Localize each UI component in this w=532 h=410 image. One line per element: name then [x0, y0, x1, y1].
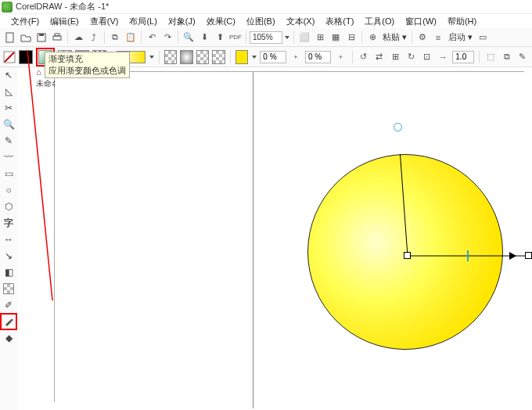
export-button[interactable]: ⬆	[213, 31, 227, 45]
menu-object[interactable]: 对象(J)	[164, 15, 200, 28]
zoom-tool[interactable]: 🔍	[2, 118, 15, 131]
crop-tool[interactable]: ✂	[2, 102, 15, 114]
pick-tool[interactable]: ↖	[2, 69, 15, 81]
cloud-button[interactable]: ☁	[71, 31, 85, 45]
artistic-media-tool[interactable]: 〰	[2, 151, 15, 164]
shape-tool[interactable]: ◺	[2, 85, 15, 98]
pdf-button[interactable]: PDF	[228, 31, 243, 45]
mirror-button[interactable]: ⊞	[389, 50, 401, 64]
grid-button[interactable]: ▦	[329, 31, 343, 45]
menu-effect[interactable]: 效果(C)	[202, 15, 240, 28]
flip-gradient-button[interactable]: ⇄	[373, 50, 386, 64]
wrap-button[interactable]: ↻	[404, 50, 417, 64]
eyedropper-tool[interactable]: ✐	[2, 299, 15, 311]
menu-tools[interactable]: 工具(O)	[360, 15, 399, 28]
interactive-fill-tool[interactable]	[2, 315, 15, 328]
smooth-button[interactable]: ⊡	[421, 50, 433, 64]
paste-button[interactable]: 📋	[124, 31, 138, 45]
annotation-line	[20, 50, 66, 308]
canvas[interactable]	[55, 72, 524, 408]
snap-button[interactable]: ⊕	[365, 31, 379, 45]
menu-view[interactable]: 查看(V)	[85, 15, 124, 28]
selected-ellipse-object[interactable]	[307, 154, 503, 350]
menu-layout[interactable]: 布局(L)	[124, 15, 161, 28]
gradient-type-radial[interactable]	[180, 50, 192, 64]
free-transform-button[interactable]: ⬚	[484, 50, 497, 64]
node-color-dropdown-icon[interactable]	[251, 54, 257, 60]
svg-rect-0	[6, 33, 13, 42]
no-fill-button[interactable]	[3, 50, 16, 64]
copy-fill-button[interactable]: ⧉	[500, 50, 512, 64]
print-button[interactable]	[50, 31, 64, 45]
separator	[352, 51, 353, 63]
stepper-icon[interactable]: +	[334, 50, 347, 64]
separator	[412, 31, 412, 44]
node-position-input[interactable]: 0 %	[305, 51, 331, 63]
menu-window[interactable]: 窗口(W)	[401, 15, 441, 28]
windows-button[interactable]: ▭	[476, 31, 490, 45]
paste-menu-button[interactable]: 粘贴 ▾	[381, 31, 408, 43]
launch-menu-button[interactable]: 启动 ▾	[447, 31, 474, 43]
separator	[293, 31, 294, 44]
separator	[67, 31, 68, 44]
save-button[interactable]	[34, 31, 49, 45]
stepper-icon[interactable]: +	[289, 50, 302, 64]
zoom-value: 105%	[253, 33, 273, 41]
svg-point-7	[11, 319, 13, 322]
page-boundary	[253, 72, 253, 408]
node-color-swatch[interactable]	[235, 50, 248, 64]
text-tool[interactable]: 字	[2, 217, 15, 229]
edit-fill-button[interactable]: ✎	[516, 50, 529, 64]
tooltip: 渐变填充 应用渐变颜色或色调	[45, 52, 130, 78]
separator	[230, 51, 231, 63]
gradient-end-handle[interactable]	[525, 252, 532, 259]
zoom-level-input[interactable]: 105%	[250, 31, 282, 44]
polygon-tool[interactable]: ⬡	[2, 200, 15, 213]
undo-button[interactable]: ↶	[145, 31, 159, 45]
separator	[104, 31, 105, 44]
node-transparency-input[interactable]: 0 %	[260, 51, 286, 63]
gradient-preset-dropdown-icon[interactable]	[149, 54, 154, 60]
parallel-dim-tool[interactable]: ↔	[2, 233, 15, 246]
fullscreen-button[interactable]: ⬜	[297, 31, 311, 45]
upload-button[interactable]: ⤴	[87, 31, 101, 45]
svg-line-9	[398, 154, 408, 256]
ellipse-tool[interactable]: ○	[2, 184, 15, 196]
svg-rect-3	[53, 36, 61, 40]
rulers-button[interactable]: ⊞	[313, 31, 327, 45]
svg-line-8	[27, 50, 52, 300]
workspace: ⌂ 未命名-1	[17, 67, 532, 410]
menu-text[interactable]: 文本(X)	[282, 15, 320, 28]
open-button[interactable]	[19, 31, 33, 45]
gradient-type-square[interactable]	[212, 50, 225, 64]
new-doc-button[interactable]	[3, 31, 17, 45]
freehand-tool[interactable]: ✎	[2, 135, 15, 147]
acceleration-input[interactable]: 1.0	[452, 51, 474, 63]
gradient-type-conical[interactable]	[196, 50, 209, 64]
align-button[interactable]: ≡	[431, 31, 445, 45]
gradient-type-linear[interactable]	[164, 50, 177, 64]
svg-rect-4	[55, 34, 59, 36]
menu-bitmap[interactable]: 位图(B)	[242, 15, 280, 28]
transparency-tool[interactable]	[2, 282, 15, 295]
connector-tool[interactable]: ↘	[2, 250, 15, 262]
menu-table[interactable]: 表格(T)	[321, 15, 358, 28]
zoom-dropdown-icon[interactable]	[284, 34, 290, 41]
gradient-midpoint-handle[interactable]	[467, 250, 469, 261]
smart-fill-tool[interactable]: ◆	[2, 332, 15, 344]
gradient-start-handle[interactable]	[394, 123, 402, 131]
redo-button[interactable]: ↷	[160, 31, 174, 45]
menu-file[interactable]: 文件(F)	[6, 15, 44, 28]
menu-help[interactable]: 帮助(H)	[443, 15, 481, 28]
rectangle-tool[interactable]: ▭	[2, 167, 15, 180]
standard-toolbar: ☁ ⤴ ⧉ 📋 ↶ ↷ 🔍 ⬇ ⬆ PDF 105% ⬜ ⊞ ▦ ⊟ ⊕ 粘贴 …	[0, 28, 532, 47]
drop-shadow-tool[interactable]: ◧	[2, 266, 15, 279]
options-button[interactable]: ⚙	[415, 31, 430, 45]
import-button[interactable]: ⬇	[197, 31, 211, 45]
menu-edit[interactable]: 编辑(E)	[45, 15, 84, 28]
guides-button[interactable]: ⊟	[344, 31, 358, 45]
search-button[interactable]: 🔍	[182, 31, 196, 45]
reverse-gradient-button[interactable]: ↺	[358, 50, 370, 64]
gradient-center-handle[interactable]	[404, 252, 411, 259]
copy-button[interactable]: ⧉	[108, 31, 122, 45]
